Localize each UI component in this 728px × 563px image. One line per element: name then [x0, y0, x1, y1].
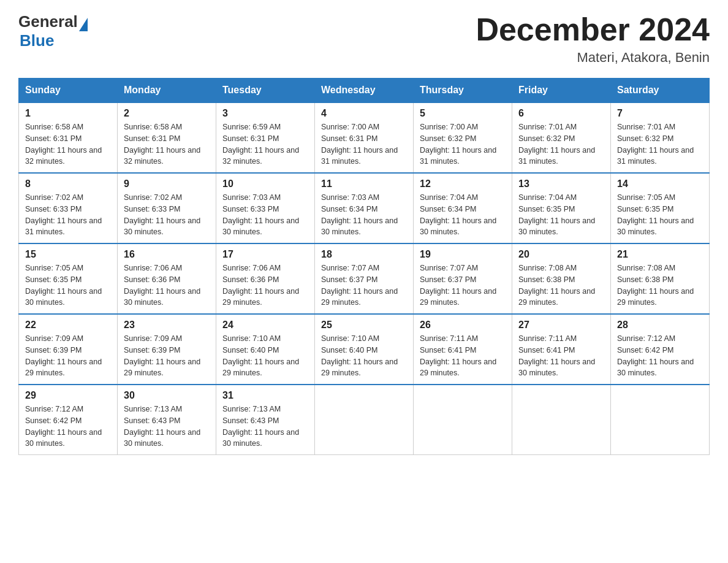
calendar-title: December 2024 — [476, 12, 710, 47]
day-number: 1 — [25, 108, 111, 119]
day-info: Sunrise: 7:07 AMSunset: 6:37 PMDaylight:… — [420, 264, 496, 307]
day-number: 28 — [617, 320, 703, 331]
day-info: Sunrise: 7:12 AMSunset: 6:42 PMDaylight:… — [617, 334, 694, 377]
header-saturday: Saturday — [611, 79, 710, 103]
day-info: Sunrise: 7:11 AMSunset: 6:41 PMDaylight:… — [518, 334, 595, 377]
day-number: 21 — [617, 249, 703, 260]
header-tuesday: Tuesday — [216, 79, 315, 103]
day-number: 19 — [420, 249, 506, 260]
day-number: 22 — [25, 320, 111, 331]
day-info: Sunrise: 7:01 AMSunset: 6:32 PMDaylight:… — [518, 123, 595, 166]
header-thursday: Thursday — [414, 79, 512, 103]
day-info: Sunrise: 7:03 AMSunset: 6:33 PMDaylight:… — [222, 193, 299, 236]
day-info: Sunrise: 7:10 AMSunset: 6:40 PMDaylight:… — [222, 334, 299, 377]
day-cell: 8 Sunrise: 7:02 AMSunset: 6:33 PMDayligh… — [19, 173, 118, 243]
day-cell: 23 Sunrise: 7:09 AMSunset: 6:39 PMDaylig… — [118, 314, 216, 385]
day-cell: 26 Sunrise: 7:11 AMSunset: 6:41 PMDaylig… — [414, 314, 512, 385]
day-number: 5 — [420, 108, 506, 119]
day-cell: 30 Sunrise: 7:13 AMSunset: 6:43 PMDaylig… — [118, 385, 216, 455]
day-cell: 1 Sunrise: 6:58 AMSunset: 6:31 PMDayligh… — [19, 102, 118, 173]
day-number: 13 — [518, 178, 604, 190]
day-info: Sunrise: 6:59 AMSunset: 6:31 PMDaylight:… — [222, 123, 299, 166]
day-cell: 17 Sunrise: 7:06 AMSunset: 6:36 PMDaylig… — [216, 243, 315, 314]
day-number: 29 — [25, 390, 111, 401]
logo: General Blue — [18, 12, 88, 50]
day-number: 15 — [25, 249, 111, 260]
empty-day-cell — [611, 385, 710, 455]
day-cell: 5 Sunrise: 7:00 AMSunset: 6:32 PMDayligh… — [414, 102, 512, 173]
day-cell: 2 Sunrise: 6:58 AMSunset: 6:31 PMDayligh… — [118, 102, 216, 173]
day-number: 3 — [222, 108, 308, 119]
header-wednesday: Wednesday — [315, 79, 414, 103]
day-cell: 31 Sunrise: 7:13 AMSunset: 6:43 PMDaylig… — [216, 385, 315, 455]
page-header: General Blue December 2024 Materi, Atako… — [18, 12, 710, 66]
day-info: Sunrise: 7:00 AMSunset: 6:32 PMDaylight:… — [420, 123, 496, 166]
day-cell: 6 Sunrise: 7:01 AMSunset: 6:32 PMDayligh… — [512, 102, 611, 173]
header-monday: Monday — [118, 79, 216, 103]
calendar-week-row: 8 Sunrise: 7:02 AMSunset: 6:33 PMDayligh… — [19, 173, 710, 243]
empty-day-cell — [512, 385, 611, 455]
day-number: 11 — [321, 178, 407, 190]
day-cell: 16 Sunrise: 7:06 AMSunset: 6:36 PMDaylig… — [118, 243, 216, 314]
day-number: 7 — [617, 108, 703, 119]
day-cell: 11 Sunrise: 7:03 AMSunset: 6:34 PMDaylig… — [315, 173, 414, 243]
logo-blue-text: Blue — [20, 31, 88, 50]
day-number: 26 — [420, 320, 506, 331]
day-number: 9 — [124, 178, 210, 190]
day-info: Sunrise: 7:08 AMSunset: 6:38 PMDaylight:… — [617, 264, 694, 307]
day-number: 16 — [124, 249, 210, 260]
day-info: Sunrise: 7:02 AMSunset: 6:33 PMDaylight:… — [25, 193, 102, 236]
day-number: 10 — [222, 178, 308, 190]
day-number: 2 — [124, 108, 210, 119]
day-cell: 24 Sunrise: 7:10 AMSunset: 6:40 PMDaylig… — [216, 314, 315, 385]
day-info: Sunrise: 7:01 AMSunset: 6:32 PMDaylight:… — [617, 123, 694, 166]
day-info: Sunrise: 7:07 AMSunset: 6:37 PMDaylight:… — [321, 264, 398, 307]
day-cell: 29 Sunrise: 7:12 AMSunset: 6:42 PMDaylig… — [19, 385, 118, 455]
day-cell: 15 Sunrise: 7:05 AMSunset: 6:35 PMDaylig… — [19, 243, 118, 314]
day-cell: 21 Sunrise: 7:08 AMSunset: 6:38 PMDaylig… — [611, 243, 710, 314]
title-area: December 2024 Materi, Atakora, Benin — [476, 12, 710, 66]
day-number: 12 — [420, 178, 506, 190]
day-cell: 25 Sunrise: 7:10 AMSunset: 6:40 PMDaylig… — [315, 314, 414, 385]
day-info: Sunrise: 7:13 AMSunset: 6:43 PMDaylight:… — [222, 405, 299, 448]
day-cell: 9 Sunrise: 7:02 AMSunset: 6:33 PMDayligh… — [118, 173, 216, 243]
empty-day-cell — [315, 385, 414, 455]
calendar-week-row: 29 Sunrise: 7:12 AMSunset: 6:42 PMDaylig… — [19, 385, 710, 455]
calendar-subtitle: Materi, Atakora, Benin — [476, 50, 710, 66]
empty-day-cell — [414, 385, 512, 455]
day-cell: 22 Sunrise: 7:09 AMSunset: 6:39 PMDaylig… — [19, 314, 118, 385]
day-cell: 12 Sunrise: 7:04 AMSunset: 6:34 PMDaylig… — [414, 173, 512, 243]
day-info: Sunrise: 7:04 AMSunset: 6:34 PMDaylight:… — [420, 193, 496, 236]
day-number: 20 — [518, 249, 604, 260]
day-info: Sunrise: 7:02 AMSunset: 6:33 PMDaylight:… — [124, 193, 200, 236]
day-number: 27 — [518, 320, 604, 331]
day-number: 4 — [321, 108, 407, 119]
day-number: 25 — [321, 320, 407, 331]
day-number: 31 — [222, 390, 308, 401]
calendar-week-row: 15 Sunrise: 7:05 AMSunset: 6:35 PMDaylig… — [19, 243, 710, 314]
day-info: Sunrise: 7:05 AMSunset: 6:35 PMDaylight:… — [25, 264, 102, 307]
header-friday: Friday — [512, 79, 611, 103]
day-info: Sunrise: 7:10 AMSunset: 6:40 PMDaylight:… — [321, 334, 398, 377]
day-info: Sunrise: 7:11 AMSunset: 6:41 PMDaylight:… — [420, 334, 496, 377]
day-info: Sunrise: 7:05 AMSunset: 6:35 PMDaylight:… — [617, 193, 694, 236]
day-info: Sunrise: 6:58 AMSunset: 6:31 PMDaylight:… — [25, 123, 102, 166]
day-info: Sunrise: 7:06 AMSunset: 6:36 PMDaylight:… — [124, 264, 200, 307]
calendar-header-row: Sunday Monday Tuesday Wednesday Thursday… — [19, 79, 710, 103]
day-number: 24 — [222, 320, 308, 331]
day-cell: 14 Sunrise: 7:05 AMSunset: 6:35 PMDaylig… — [611, 173, 710, 243]
day-cell: 27 Sunrise: 7:11 AMSunset: 6:41 PMDaylig… — [512, 314, 611, 385]
day-info: Sunrise: 7:09 AMSunset: 6:39 PMDaylight:… — [25, 334, 102, 377]
calendar-week-row: 22 Sunrise: 7:09 AMSunset: 6:39 PMDaylig… — [19, 314, 710, 385]
day-cell: 3 Sunrise: 6:59 AMSunset: 6:31 PMDayligh… — [216, 102, 315, 173]
day-cell: 7 Sunrise: 7:01 AMSunset: 6:32 PMDayligh… — [611, 102, 710, 173]
header-sunday: Sunday — [19, 79, 118, 103]
day-info: Sunrise: 7:06 AMSunset: 6:36 PMDaylight:… — [222, 264, 299, 307]
day-cell: 4 Sunrise: 7:00 AMSunset: 6:31 PMDayligh… — [315, 102, 414, 173]
calendar-table: Sunday Monday Tuesday Wednesday Thursday… — [18, 78, 710, 455]
day-info: Sunrise: 7:12 AMSunset: 6:42 PMDaylight:… — [25, 405, 102, 448]
day-number: 14 — [617, 178, 703, 190]
day-info: Sunrise: 6:58 AMSunset: 6:31 PMDaylight:… — [124, 123, 200, 166]
day-number: 6 — [518, 108, 604, 119]
day-cell: 20 Sunrise: 7:08 AMSunset: 6:38 PMDaylig… — [512, 243, 611, 314]
